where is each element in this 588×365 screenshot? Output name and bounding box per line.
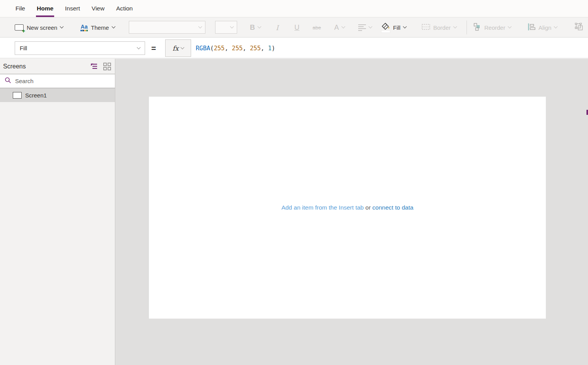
screens-panel-title: Screens: [3, 63, 84, 70]
text-align-icon: [358, 23, 366, 32]
equals-sign: =: [151, 38, 156, 58]
menu-item-action[interactable]: Action: [115, 0, 133, 17]
thumbnail-view-icon[interactable]: [103, 63, 111, 70]
menu-item-file[interactable]: File: [15, 0, 26, 17]
screen-thumbnail-icon: [13, 92, 22, 99]
align-button[interactable]: Align: [528, 17, 557, 38]
fill-bucket-icon: [381, 23, 390, 32]
ribbon-toolbar: + New screen Aa Theme B I U abe A: [0, 17, 588, 38]
underline-button[interactable]: U: [294, 17, 299, 38]
fx-icon: fx: [173, 44, 179, 52]
reorder-icon: [473, 23, 481, 32]
hint-or-text: or: [364, 204, 372, 211]
connect-to-data-link[interactable]: connect to data: [373, 204, 414, 211]
reorder-label: Reorder: [484, 24, 505, 31]
screen-list-item[interactable]: Screen1: [0, 88, 115, 102]
search-input[interactable]: [15, 78, 111, 84]
font-family-select[interactable]: [129, 21, 205, 34]
new-screen-label: New screen: [27, 24, 57, 31]
screens-search-box: [0, 74, 115, 88]
menu-item-view[interactable]: View: [91, 0, 105, 17]
align-label: Align: [538, 24, 551, 31]
toolbar-separator: [467, 20, 467, 34]
fx-dropdown[interactable]: fx: [165, 39, 191, 57]
text-align-button[interactable]: [358, 17, 372, 38]
chevron-down-icon: [60, 25, 64, 29]
menu-bar: File Home Insert View Action: [0, 0, 588, 17]
new-screen-button[interactable]: + New screen: [15, 17, 63, 38]
align-icon: [528, 23, 535, 32]
new-screen-icon: +: [15, 24, 24, 31]
bold-button[interactable]: B: [250, 17, 261, 38]
search-icon: [5, 77, 11, 85]
border-icon: [422, 24, 430, 31]
strikethrough-button[interactable]: abe: [313, 17, 321, 38]
fill-label: Fill: [393, 24, 400, 31]
border-button[interactable]: Border: [422, 17, 456, 38]
group-button[interactable]: [575, 17, 583, 38]
reorder-button[interactable]: Reorder: [473, 17, 511, 38]
property-select[interactable]: Fill: [15, 41, 145, 55]
property-select-value: Fill: [20, 45, 27, 51]
theme-label: Theme: [91, 24, 109, 31]
group-icon: [575, 23, 583, 32]
theme-icon: Aa: [80, 24, 88, 31]
screen-design-surface[interactable]: Add an item from the Insert tab or conne…: [149, 97, 546, 319]
screen-item-label: Screen1: [25, 92, 47, 99]
chevron-down-icon: [403, 25, 407, 29]
menu-item-insert[interactable]: Insert: [64, 0, 81, 17]
design-canvas-area: Add an item from the Insert tab or conne…: [115, 59, 588, 365]
theme-button[interactable]: Aa Theme: [80, 17, 115, 38]
formula-bar: Fill = fx RGBA(255, 255, 255, 1): [0, 38, 588, 58]
menu-item-home[interactable]: Home: [36, 0, 54, 17]
formula-input[interactable]: RGBA(255, 255, 255, 1): [196, 38, 275, 58]
empty-screen-hint: Add an item from the Insert tab or conne…: [281, 204, 413, 211]
add-item-insert-link[interactable]: Add an item from the Insert tab: [281, 204, 364, 211]
fill-button[interactable]: Fill: [381, 17, 406, 38]
powerapps-studio: File Home Insert View Action + New scree…: [0, 0, 588, 365]
content-area: Screens: [0, 59, 588, 365]
border-label: Border: [433, 24, 451, 31]
chevron-down-icon: [111, 25, 115, 29]
screens-panel-header: Screens: [0, 59, 115, 74]
chevron-down-icon: [180, 45, 184, 49]
chevron-down-icon: [137, 46, 141, 49]
italic-button[interactable]: I: [276, 17, 279, 38]
font-color-button[interactable]: A: [334, 17, 345, 38]
canvas-scrollbar-thumb[interactable]: [586, 110, 588, 115]
font-size-select[interactable]: [215, 21, 237, 34]
tree-view-icon[interactable]: [90, 62, 98, 70]
screens-panel: Screens: [0, 59, 115, 365]
